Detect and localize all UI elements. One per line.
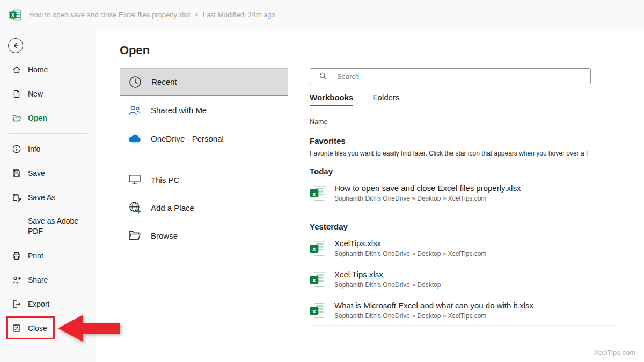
sidebar-item-save[interactable]: Save [0, 161, 96, 185]
sidebar-item-export[interactable]: Export [0, 292, 96, 316]
excel-logo-icon [9, 9, 21, 21]
excel-file-icon [310, 272, 326, 287]
info-icon [12, 144, 21, 154]
file-info: Xcel Tips.xlsx Sophanith Dith's OneDrive… [334, 270, 441, 289]
people-icon [127, 102, 142, 117]
page-title: Open [120, 43, 644, 57]
open-folder-icon [12, 113, 21, 123]
titlebar: How to open save and close Excel files p… [0, 0, 644, 29]
excel-file-icon [310, 241, 326, 256]
favorites-description: Favorite files you want to easily find l… [310, 150, 618, 157]
sidebar-item-label: Home [28, 65, 48, 74]
location-add-a-place[interactable]: Add a Place [120, 194, 288, 221]
clock-icon [128, 75, 143, 90]
location-browse[interactable]: Browse [120, 221, 288, 249]
sidebar-item-home[interactable]: Home [0, 57, 96, 82]
file-name: XcelTips.xlsx [334, 239, 486, 248]
location-shared-with-me[interactable]: Shared with Me [120, 96, 288, 124]
sidebar-item-save-as[interactable]: Save As [0, 185, 96, 209]
close-icon [12, 323, 21, 333]
open-backstage: Open Recent Shared with Me OneDrive - Pe… [96, 29, 644, 362]
sidebar-item-label: Close [28, 324, 47, 333]
file-path: Sophanith Dith's OneDrive » Desktop » Xc… [334, 195, 521, 202]
file-tabs: Workbooks Folders [310, 93, 618, 106]
sidebar-item-label: Print [28, 252, 43, 260]
sidebar-item-new[interactable]: New [0, 82, 96, 106]
sidebar-item-share[interactable]: Share [0, 268, 96, 292]
column-header-name[interactable]: Name [310, 118, 618, 125]
excel-backstage-window: How to open save and close Excel files p… [0, 0, 644, 362]
export-icon [12, 299, 21, 309]
search-input[interactable] [336, 72, 590, 81]
location-label: This PC [151, 175, 179, 184]
location-label: Shared with Me [151, 106, 207, 115]
file-name: Xcel Tips.xlsx [334, 270, 441, 279]
group-heading-today: Today [310, 167, 618, 176]
location-recent[interactable]: Recent [120, 68, 288, 96]
tab-folders[interactable]: Folders [372, 93, 399, 106]
file-browser: Workbooks Folders Name Favorites Favorit… [288, 68, 644, 326]
location-label: Browse [151, 231, 178, 240]
sidebar-item-label: Save as Adobe PDF [28, 216, 88, 237]
save-as-icon [12, 193, 21, 202]
home-icon [12, 65, 21, 75]
document-title: How to open save and close Excel files p… [29, 11, 191, 19]
tab-workbooks[interactable]: Workbooks [310, 93, 353, 106]
title-separator: • [195, 11, 198, 19]
file-info: XcelTips.xlsx Sophanith Dith's OneDrive … [334, 239, 486, 257]
open-locations-list: Recent Shared with Me OneDrive - Persona… [120, 68, 288, 249]
location-label: Recent [151, 77, 177, 86]
excel-file-icon [310, 303, 326, 318]
file-name: How to open save and close Excel files p… [334, 183, 521, 193]
sidebar-item-label: Export [28, 300, 49, 308]
sidebar-item-save-as-adobe-pdf[interactable]: Save as Adobe PDF [0, 209, 96, 243]
sidebar-item-close[interactable]: Close [0, 316, 96, 340]
file-path: Sophanith Dith's OneDrive » Desktop » Xc… [334, 312, 533, 320]
watermark-text: XcelTips.com [594, 349, 635, 357]
location-label: Add a Place [151, 203, 194, 212]
sidebar-divider [9, 133, 87, 134]
sidebar-item-label: Share [28, 276, 48, 284]
sidebar-item-label: Info [28, 145, 40, 153]
folder-icon [127, 228, 142, 243]
file-row[interactable]: XcelTips.xlsx Sophanith Dith's OneDrive … [310, 232, 618, 263]
share-icon [12, 275, 21, 285]
globe-plus-icon [127, 200, 142, 215]
sidebar-item-label: Open [28, 114, 47, 122]
file-path: Sophanith Dith's OneDrive » Desktop [334, 281, 441, 289]
location-this-pc[interactable]: This PC [120, 166, 288, 194]
sidebar-item-print[interactable]: Print [0, 243, 96, 268]
printer-icon [12, 251, 21, 261]
sidebar-item-label: Save As [28, 193, 55, 202]
group-heading-yesterday: Yesterday [310, 222, 618, 231]
onedrive-cloud-icon [127, 131, 142, 146]
back-button[interactable] [8, 38, 23, 53]
save-icon [12, 168, 21, 178]
new-document-icon [12, 89, 21, 99]
divider [120, 159, 288, 159]
search-box[interactable] [310, 68, 591, 84]
file-row[interactable]: Xcel Tips.xlsx Sophanith Dith's OneDrive… [310, 263, 618, 294]
file-row[interactable]: What is Microsoft Excel and what can you… [310, 294, 618, 326]
back-arrow-icon [11, 41, 20, 50]
file-row[interactable]: How to open save and close Excel files p… [310, 177, 618, 208]
file-info: How to open save and close Excel files p… [334, 183, 521, 202]
favorites-heading: Favorites [310, 136, 618, 145]
computer-icon [127, 172, 142, 187]
sidebar-item-label: Save [28, 169, 45, 178]
sidebar-item-open[interactable]: Open [0, 106, 96, 130]
titlebar-text: How to open save and close Excel files p… [29, 11, 275, 19]
location-onedrive-personal[interactable]: OneDrive - Personal [120, 124, 288, 152]
sidebar-item-info[interactable]: Info [0, 137, 96, 161]
file-path: Sophanith Dith's OneDrive » Desktop » Xc… [334, 250, 486, 257]
search-icon [319, 72, 327, 80]
file-name: What is Microsoft Excel and what can you… [334, 301, 533, 310]
sidebar-item-label: New [28, 90, 43, 98]
file-info: What is Microsoft Excel and what can you… [334, 301, 533, 320]
backstage-sidebar: Home New Open Info Save Save As Save as … [0, 29, 96, 362]
last-modified-text: Last Modified: 24m ago [203, 11, 275, 19]
excel-file-icon [310, 186, 326, 201]
location-label: OneDrive - Personal [151, 134, 224, 143]
